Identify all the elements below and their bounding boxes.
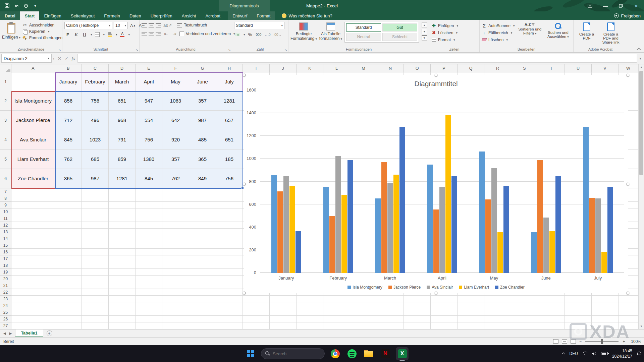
spotify-taskbar-icon[interactable] (345, 347, 358, 360)
cell-D21[interactable] (109, 282, 136, 289)
cell-A3[interactable]: Jackson Pierce (11, 111, 55, 130)
cell-D11[interactable] (109, 215, 136, 222)
bar-jackson-pierce-january[interactable] (277, 191, 283, 273)
cell-D5[interactable]: 859 (109, 149, 136, 169)
customize-quick-access-button[interactable]: ▾ (32, 3, 38, 9)
orientation-button[interactable]: ab↗ (163, 22, 172, 28)
cell-G13[interactable] (189, 229, 216, 235)
cell-H12[interactable] (216, 222, 243, 229)
increase-decimal-button[interactable]: ←.0 (264, 31, 271, 38)
cell-H16[interactable] (216, 249, 243, 255)
cell-R26[interactable] (484, 316, 511, 322)
decrease-decimal-button[interactable]: .00→ (273, 31, 282, 38)
cell-C22[interactable] (82, 289, 109, 296)
cut-button[interactable]: ✂Ausschneiden (22, 22, 62, 27)
cell-H17[interactable] (216, 255, 243, 262)
row-header-4[interactable]: 4 (0, 130, 11, 149)
cell-E1[interactable]: April (136, 72, 162, 91)
clock[interactable]: 18:45 2024/12/17 (612, 348, 632, 359)
legend-item-liam-everhart[interactable]: Liam Everhart (459, 285, 489, 290)
column-header-W[interactable]: W (619, 64, 638, 72)
chrome-taskbar-icon[interactable] (329, 347, 341, 360)
accounting-dropdown[interactable]: ▾ (244, 33, 245, 36)
media-app-taskbar-icon[interactable]: N (379, 347, 392, 360)
chart-title[interactable]: Diagrammtitel (244, 80, 628, 88)
cell-B11[interactable] (55, 215, 82, 222)
cell-H1[interactable]: July (216, 72, 243, 91)
cell-C16[interactable] (82, 249, 109, 255)
cell-E11[interactable] (136, 215, 162, 222)
align-middle-icon[interactable] (149, 23, 154, 27)
cell-A20[interactable] (11, 276, 55, 282)
create-share-pdf-button[interactable]: Create a PDF and Share link (600, 22, 622, 46)
row-header-9[interactable]: 9 (0, 202, 11, 208)
cell-V24[interactable] (592, 302, 619, 309)
bar-zoe-chandler-april[interactable] (451, 176, 457, 273)
cell-S23[interactable] (511, 296, 538, 302)
cell-F2[interactable]: 1063 (162, 91, 189, 111)
cell-D4[interactable]: 791 (109, 130, 136, 149)
cell-G26[interactable] (189, 316, 216, 322)
cell-F24[interactable] (162, 302, 189, 309)
tab-format[interactable]: Format (252, 11, 275, 20)
cell-G5[interactable]: 365 (189, 149, 216, 169)
row-header-14[interactable]: 14 (0, 235, 11, 242)
cell-C23[interactable] (82, 296, 109, 302)
tab-formeln[interactable]: Formeln (99, 11, 125, 20)
cell-T24[interactable] (538, 302, 565, 309)
copy-button[interactable]: Kopieren▾ (22, 29, 62, 34)
cell-D24[interactable] (109, 302, 136, 309)
cell-D12[interactable] (109, 222, 136, 229)
cell-F9[interactable] (162, 202, 189, 208)
cell-A19[interactable] (11, 269, 55, 276)
clear-button[interactable]: Löschen▾ (482, 37, 515, 42)
cell-F7[interactable] (162, 188, 189, 195)
row-header-7[interactable]: 7 (0, 188, 11, 195)
cell-V27[interactable] (592, 322, 619, 329)
cell-C3[interactable]: 496 (82, 111, 109, 130)
cell-R25[interactable] (484, 309, 511, 316)
chart-selection-handle[interactable] (243, 74, 246, 77)
row-header-27[interactable]: 27 (0, 322, 11, 329)
cell-F23[interactable] (162, 296, 189, 302)
name-box[interactable]: Diagramm 2 ▾ (1, 54, 52, 63)
row-header-13[interactable]: 13 (0, 229, 11, 235)
bar-isla-montgomery-may[interactable] (479, 152, 485, 273)
cell-M26[interactable] (350, 316, 377, 322)
cell-N25[interactable] (377, 309, 404, 316)
cell-N27[interactable] (377, 322, 404, 329)
cell-C6[interactable]: 987 (82, 169, 109, 188)
cell-C19[interactable] (82, 269, 109, 276)
format-painter-button[interactable]: Format übertragen (22, 35, 62, 40)
cell-H3[interactable]: 657 (216, 111, 243, 130)
cell-F17[interactable] (162, 255, 189, 262)
cell-B10[interactable] (55, 208, 82, 215)
cell-H7[interactable] (216, 188, 243, 195)
cell-G16[interactable] (189, 249, 216, 255)
cell-T27[interactable] (538, 322, 565, 329)
cell-J27[interactable] (270, 322, 297, 329)
cell-D16[interactable] (109, 249, 136, 255)
battery-icon[interactable] (601, 352, 608, 355)
scroll-down-arrow[interactable]: ▼ (639, 323, 644, 329)
cell-H25[interactable] (216, 309, 243, 316)
confirm-entry-button[interactable]: ✓ (65, 56, 68, 61)
tab-acrobat[interactable]: Acrobat (201, 11, 225, 20)
cell-K25[interactable] (297, 309, 323, 316)
cell-K27[interactable] (297, 322, 323, 329)
row-header-11[interactable]: 11 (0, 215, 11, 222)
column-header-P[interactable]: P (431, 64, 458, 72)
gallery-up-arrow[interactable]: ▲ (422, 22, 427, 28)
cell-V23[interactable] (592, 296, 619, 302)
column-header-T[interactable]: T (538, 64, 565, 72)
row-header-20[interactable]: 20 (0, 276, 11, 282)
cell-B6[interactable]: 365 (55, 169, 82, 188)
cell-G14[interactable] (189, 235, 216, 242)
cell-C18[interactable] (82, 262, 109, 269)
cell-H2[interactable]: 1281 (216, 91, 243, 111)
cell-F10[interactable] (162, 208, 189, 215)
cell-G6[interactable]: 849 (189, 169, 216, 188)
bar-ava-sinclair-june[interactable] (543, 218, 549, 273)
cell-A26[interactable] (11, 316, 55, 322)
cell-L27[interactable] (323, 322, 350, 329)
